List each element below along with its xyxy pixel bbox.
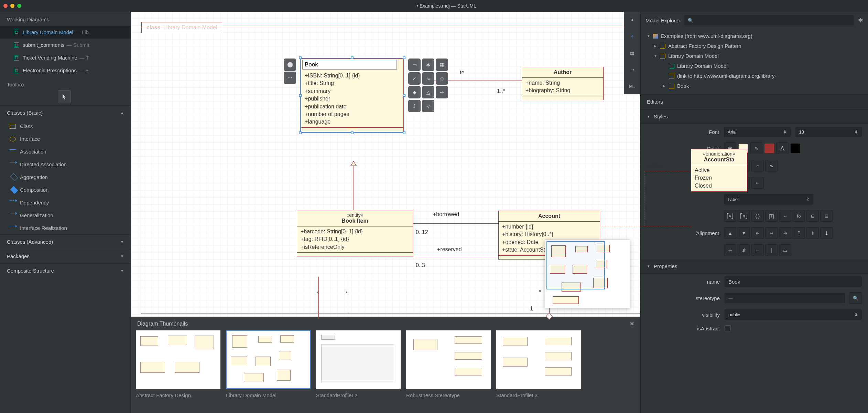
association-line[interactable]: [318, 277, 319, 319]
prop-stereotype-input[interactable]: —: [725, 293, 845, 303]
thumbnail-item[interactable]: Abstract Factory Design: [136, 330, 220, 398]
uml-literal[interactable]: Active: [695, 167, 744, 174]
quickedit-more-button[interactable]: ⋯: [284, 72, 296, 84]
tool-generalization[interactable]: Generalization: [0, 209, 131, 222]
selection-tool-button[interactable]: [58, 90, 71, 103]
uml-attribute[interactable]: +number {id}: [502, 223, 596, 231]
quickedit-agg-button[interactable]: ◇: [436, 72, 448, 85]
search-icon[interactable]: 🔍: [849, 292, 862, 304]
role-label[interactable]: +borrowed: [433, 211, 459, 218]
uml-class-name[interactable]: Author: [522, 67, 603, 78]
uml-attribute[interactable]: +publication date: [305, 103, 400, 110]
multiplicity-label[interactable]: 0..12: [416, 229, 428, 235]
working-diagram-item[interactable]: submit_comments — Submit: [0, 39, 131, 51]
extension-icon[interactable]: ✦: [624, 12, 640, 28]
uml-attribute[interactable]: +title: String: [305, 80, 400, 87]
maximize-icon[interactable]: [17, 4, 21, 8]
linestyle-curve-button[interactable]: ∿: [765, 160, 778, 171]
show-namespace-button[interactable]: ⎡n⎦: [738, 210, 750, 222]
align-left-button[interactable]: ⇤: [751, 227, 764, 239]
show-property-button[interactable]: { }: [751, 210, 764, 222]
multiplicity-label[interactable]: *: [539, 289, 541, 295]
uml-attribute[interactable]: +summary: [305, 87, 400, 95]
grid-icon[interactable]: ▦: [624, 45, 640, 61]
multiplicity-label[interactable]: 1: [530, 306, 533, 312]
show-type-button[interactable]: [T]: [765, 210, 778, 222]
bring-front-button[interactable]: ▲: [724, 227, 736, 239]
stereotype-display-select[interactable]: Label⇳: [724, 194, 813, 204]
dependency-line[interactable]: [601, 226, 691, 226]
resize-handle[interactable]: [299, 131, 302, 134]
gear-icon[interactable]: ✱: [858, 17, 863, 24]
uml-class-author[interactable]: Author +name: String +biography: String: [522, 67, 604, 100]
tool-class[interactable]: Class: [0, 120, 131, 133]
explorer-node[interactable]: ▼Examples (from www.uml-diagrams.org): [641, 31, 868, 41]
resize-handle[interactable]: [403, 94, 405, 97]
show-visibility-button[interactable]: ⎡v⎦: [724, 210, 736, 222]
editors-section-header[interactable]: Editors: [641, 94, 868, 109]
distribute-v-button[interactable]: ⇵: [738, 244, 750, 256]
match-size-button[interactable]: ▭: [779, 244, 791, 256]
uml-literal[interactable]: Frozen: [695, 174, 744, 182]
toolbox-category[interactable]: Classes (Advanced)▼: [0, 234, 131, 249]
align-middle-button[interactable]: ⇕: [806, 227, 819, 239]
uml-literal[interactable]: Closed: [695, 182, 744, 190]
show-multiplicity-button[interactable]: ↔: [779, 210, 791, 222]
show-op-signature-button[interactable]: fo: [793, 210, 805, 222]
line-color-swatch[interactable]: [764, 144, 774, 153]
multiplicity-label[interactable]: 1..*: [497, 88, 505, 94]
thumbnail-item[interactable]: StandardProfileL3: [496, 330, 581, 398]
minimize-icon[interactable]: [10, 4, 14, 8]
explorer-search-input[interactable]: 🔍: [684, 15, 854, 25]
suppress-operations-button[interactable]: ⊟: [820, 210, 833, 222]
dependency-line[interactable]: [644, 171, 691, 171]
tool-dependency[interactable]: Dependency: [0, 196, 131, 209]
properties-section-header[interactable]: ▼Properties: [641, 259, 868, 274]
uml-enumeration-accountstate[interactable]: «enumeration»AccountSta Active Frozen Cl…: [691, 149, 747, 192]
thumbnail-item[interactable]: Library Domain Model: [226, 330, 311, 398]
explorer-node[interactable]: ▶Abstract Factory Design Pattern: [641, 41, 868, 51]
prop-name-input[interactable]: [725, 276, 862, 287]
class-name-input[interactable]: [302, 60, 397, 70]
align-right-button[interactable]: ⇥: [779, 227, 791, 239]
uml-attribute[interactable]: +name: String: [525, 79, 600, 87]
align-center-button[interactable]: ⇔: [765, 227, 778, 239]
quickedit-real-button[interactable]: ⤴: [408, 100, 421, 112]
quickedit-add-attribute-button[interactable]: ▭: [408, 59, 421, 71]
match-width-button[interactable]: ═: [751, 244, 764, 256]
resize-handle[interactable]: [299, 94, 302, 97]
align-bottom-button[interactable]: ⤓: [820, 227, 833, 239]
toolbox-category[interactable]: Packages▼: [0, 249, 131, 263]
uml-attribute[interactable]: +isReferenceOnly: [301, 243, 409, 251]
explorer-node[interactable]: (link to http://www.uml-diagrams.org/lib…: [641, 71, 868, 81]
uml-attribute[interactable]: +history: History[0..*]: [502, 231, 596, 238]
association-line[interactable]: [413, 257, 498, 257]
styles-section-header[interactable]: ▼Styles: [641, 109, 868, 124]
explorer-node[interactable]: ▼Library Domain Model: [641, 51, 868, 61]
close-icon[interactable]: ✕: [630, 320, 634, 327]
multiplicity-label[interactable]: *: [346, 290, 348, 297]
uml-class-bookitem[interactable]: «entity»Book Item +barcode: String[0..1]…: [297, 210, 413, 256]
wordwrap-button[interactable]: ↩: [751, 177, 764, 189]
explorer-node[interactable]: ▶Book: [641, 81, 868, 91]
tool-association[interactable]: Association: [0, 145, 131, 158]
uml-class-name[interactable]: «enumeration»AccountSta: [691, 149, 747, 165]
role-label[interactable]: te: [460, 70, 464, 76]
markdown-icon[interactable]: M↓: [624, 78, 640, 94]
working-diagram-item[interactable]: Library Domain Model — Lib: [0, 26, 131, 39]
font-size-select[interactable]: 13⇳: [795, 127, 862, 137]
quickedit-operation-button[interactable]: ▦: [436, 59, 448, 71]
text-color-button[interactable]: A: [776, 142, 789, 154]
quickedit-dep-button[interactable]: ⇢: [436, 86, 448, 98]
quickedit-gen-button[interactable]: △: [422, 86, 434, 98]
linestyle-rounded-button[interactable]: ⌐: [751, 160, 764, 171]
uml-class-name[interactable]: Account: [499, 211, 600, 222]
thumbnail-item[interactable]: StandardProfileL2: [316, 330, 401, 398]
uml-attribute[interactable]: +barcode: String[0..1] {id}: [301, 228, 409, 235]
close-icon[interactable]: [3, 4, 8, 8]
minimap-viewport[interactable]: [546, 241, 605, 289]
suppress-attributes-button[interactable]: ⊟: [806, 210, 819, 222]
stereotype-label[interactable]: «use»: [647, 163, 662, 169]
quickedit-comp-button[interactable]: ◆: [408, 86, 421, 98]
uml-attribute[interactable]: +publisher: [305, 95, 400, 103]
